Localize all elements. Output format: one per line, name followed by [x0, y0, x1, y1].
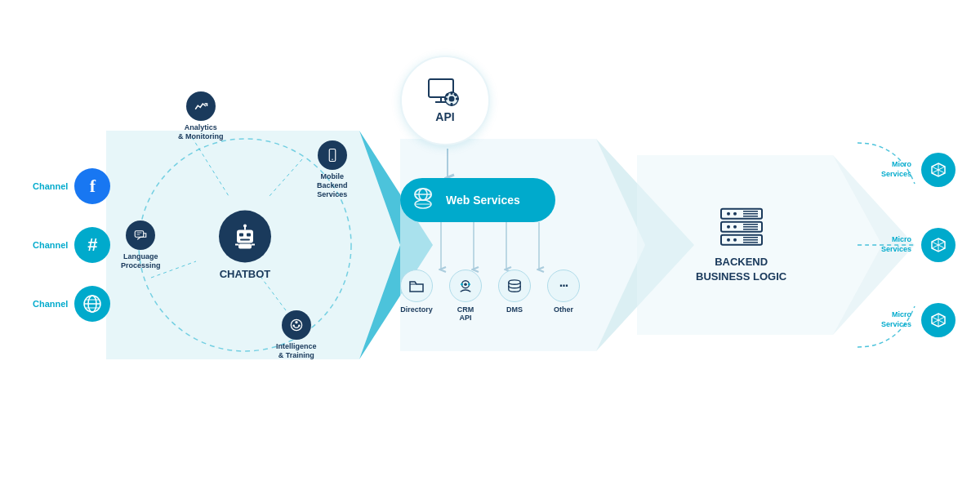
dms-label: DMS	[506, 305, 523, 314]
svg-point-59	[727, 212, 730, 216]
channel-label-1: Channel	[33, 181, 68, 191]
svg-rect-42	[451, 103, 453, 106]
svg-point-57	[509, 280, 520, 284]
service-crm: CRM API	[449, 270, 482, 322]
svg-rect-28	[239, 234, 243, 237]
dms-icon	[498, 270, 531, 302]
micro-service-bottom: MicroServices	[881, 303, 956, 337]
directory-icon	[400, 270, 433, 302]
svg-point-23	[298, 325, 301, 327]
orbit-intelligence: Intelligence& Training	[276, 310, 317, 360]
svg-point-65	[727, 225, 730, 229]
web-services-icon	[413, 188, 438, 212]
svg-rect-30	[240, 239, 250, 241]
micro-services-section: MicroServices MicroServices	[881, 153, 956, 337]
analytics-label: Analytics& Monitoring	[178, 123, 224, 141]
channel-label-2: Channel	[33, 240, 68, 250]
backend-label: BACKENDBUSINESS LOGIC	[696, 255, 786, 284]
intelligence-icon	[282, 310, 311, 340]
micro-service-middle: MicroServices	[881, 228, 956, 262]
diagram: Channel f Channel # Channel	[0, 0, 980, 490]
svg-point-55	[461, 283, 463, 286]
svg-point-19	[332, 159, 333, 161]
crm-icon	[449, 270, 482, 302]
svg-rect-33	[238, 244, 252, 249]
other-icon: ···	[547, 270, 580, 302]
facebook-icon: f	[74, 168, 110, 204]
svg-line-5	[270, 159, 302, 196]
channel-label-3: Channel	[33, 299, 68, 309]
micro-cube-bottom	[921, 303, 956, 337]
svg-point-56	[468, 283, 470, 286]
svg-point-66	[733, 225, 737, 229]
svg-point-60	[733, 212, 737, 216]
micro-cube-middle	[921, 228, 956, 262]
service-other: ··· Other	[547, 270, 580, 314]
globe-icon	[74, 286, 110, 322]
api-label: API	[435, 110, 454, 123]
svg-rect-27	[237, 230, 253, 243]
orbit-analytics: Analytics& Monitoring	[178, 91, 224, 141]
micro-label-middle: MicroServices	[881, 235, 911, 254]
mobile-icon	[318, 140, 347, 170]
svg-point-71	[727, 238, 730, 242]
crm-label: CRM API	[457, 305, 474, 322]
svg-point-32	[243, 225, 247, 228]
svg-point-40	[449, 96, 455, 102]
directory-label: Directory	[400, 305, 433, 314]
channels-section: Channel f Channel # Channel	[33, 168, 110, 322]
micro-cube-top	[921, 153, 956, 187]
svg-rect-24	[136, 231, 145, 238]
svg-rect-43	[444, 98, 448, 100]
web-services-label: Web Services	[446, 194, 520, 207]
micro-service-top: MicroServices	[881, 153, 956, 187]
chatbot-label: CHATBOT	[220, 268, 271, 280]
svg-marker-1	[596, 139, 694, 351]
language-icon	[126, 220, 155, 250]
channel-facebook: Channel f	[33, 168, 110, 204]
orbit-mobile: MobileBackendServices	[317, 140, 348, 198]
api-circle: API	[400, 56, 490, 145]
intelligence-label: Intelligence& Training	[276, 342, 317, 360]
svg-marker-0	[359, 131, 433, 359]
chatbot-robot-icon	[219, 211, 271, 263]
svg-point-21	[295, 321, 297, 323]
other-label: Other	[554, 305, 573, 314]
service-directory: Directory	[400, 270, 433, 314]
svg-point-54	[464, 283, 467, 286]
channel-hashtag: Channel #	[33, 227, 110, 263]
orbit-language: LanguageProcessing	[121, 220, 161, 270]
service-dms: DMS	[498, 270, 531, 314]
chatbot-center: CHATBOT	[219, 211, 271, 280]
backend-server-icon	[717, 206, 766, 250]
language-label: LanguageProcessing	[121, 252, 161, 270]
service-icons-row: Directory CRM API	[400, 270, 580, 322]
micro-label-top: MicroServices	[881, 160, 911, 179]
hashtag-icon: #	[74, 227, 110, 263]
svg-rect-29	[247, 234, 251, 237]
web-services-pill: Web Services	[400, 178, 555, 222]
svg-point-72	[733, 238, 737, 242]
svg-rect-44	[456, 98, 459, 100]
channel-globe: Channel	[33, 286, 110, 322]
backend-center: BACKENDBUSINESS LOGIC	[696, 206, 786, 284]
svg-rect-41	[451, 91, 453, 95]
svg-point-22	[292, 325, 295, 327]
micro-label-bottom: MicroServices	[881, 310, 911, 329]
api-icon	[427, 78, 463, 109]
analytics-icon	[186, 91, 216, 121]
svg-line-4	[192, 137, 229, 196]
mobile-label: MobileBackendServices	[317, 172, 348, 198]
svg-line-6	[261, 278, 286, 310]
